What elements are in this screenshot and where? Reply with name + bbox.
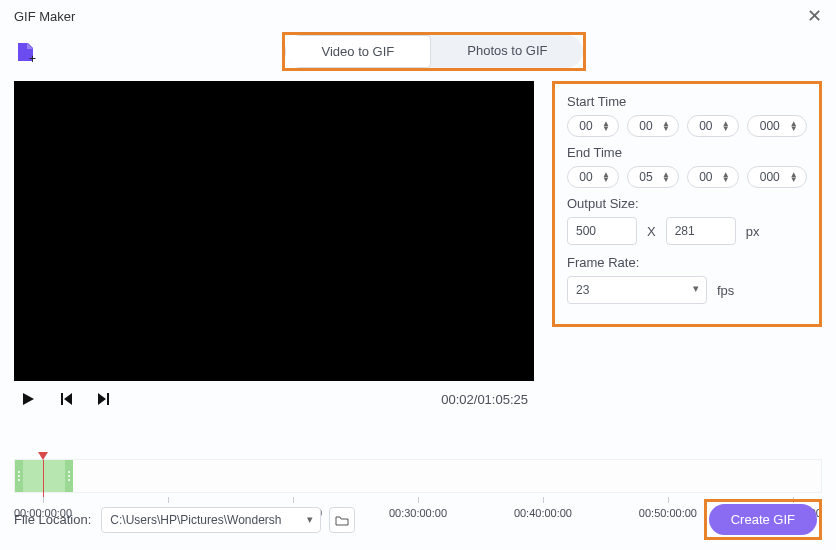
end-ms-stepper[interactable]: 000▲▼ xyxy=(747,166,807,188)
svg-text:+: + xyxy=(29,52,36,64)
next-icon[interactable] xyxy=(96,391,112,407)
size-separator: X xyxy=(647,224,656,239)
start-hours-stepper[interactable]: 00▲▼ xyxy=(567,115,619,137)
play-icon[interactable] xyxy=(20,391,36,407)
playhead[interactable] xyxy=(43,452,48,502)
file-location-label: File Location: xyxy=(14,512,91,527)
end-minutes-stepper[interactable]: 05▲▼ xyxy=(627,166,679,188)
file-location-select[interactable] xyxy=(101,507,321,533)
output-width-input[interactable] xyxy=(567,217,637,245)
folder-icon xyxy=(335,514,349,526)
browse-folder-button[interactable] xyxy=(329,507,355,533)
end-seconds-stepper[interactable]: 00▲▼ xyxy=(687,166,739,188)
create-gif-button[interactable]: Create GIF xyxy=(709,504,817,535)
clip-start-handle[interactable] xyxy=(15,460,23,492)
tab-photos-to-gif[interactable]: Photos to GIF xyxy=(431,35,583,68)
create-highlight: Create GIF xyxy=(704,499,822,540)
frame-rate-label: Frame Rate: xyxy=(567,255,807,270)
size-unit: px xyxy=(746,224,760,239)
start-seconds-stepper[interactable]: 00▲▼ xyxy=(687,115,739,137)
output-size-label: Output Size: xyxy=(567,196,807,211)
prev-icon[interactable] xyxy=(58,391,74,407)
clip-end-handle[interactable] xyxy=(65,460,73,492)
close-icon[interactable]: ✕ xyxy=(807,5,822,27)
start-time-label: Start Time xyxy=(567,94,807,109)
start-ms-stepper[interactable]: 000▲▼ xyxy=(747,115,807,137)
video-preview xyxy=(14,81,534,381)
tab-video-to-gif[interactable]: Video to GIF xyxy=(285,35,432,68)
end-hours-stepper[interactable]: 00▲▼ xyxy=(567,166,619,188)
settings-panel: Start Time 00▲▼ 00▲▼ 00▲▼ 000▲▼ End Time… xyxy=(552,81,822,327)
frame-rate-select[interactable] xyxy=(567,276,707,304)
playback-time: 00:02/01:05:25 xyxy=(441,392,528,407)
frame-rate-unit: fps xyxy=(717,283,734,298)
start-minutes-stepper[interactable]: 00▲▼ xyxy=(627,115,679,137)
app-logo-icon: + xyxy=(14,40,38,64)
timeline-track[interactable] xyxy=(14,459,822,493)
window-title: GIF Maker xyxy=(14,9,75,24)
output-height-input[interactable] xyxy=(666,217,736,245)
tabs-highlight: Video to GIF Photos to GIF xyxy=(282,32,587,71)
end-time-label: End Time xyxy=(567,145,807,160)
